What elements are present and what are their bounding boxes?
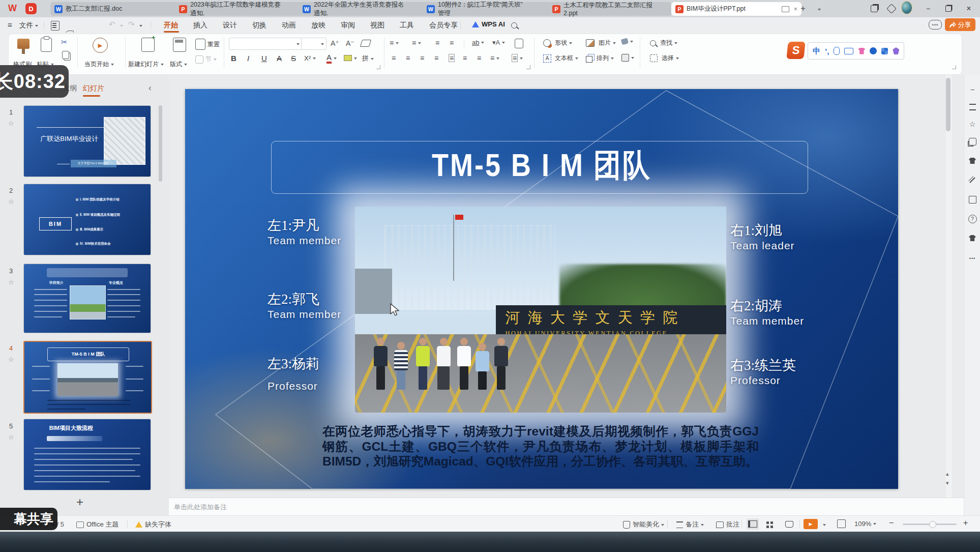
- font-group-expander-icon[interactable]: [376, 65, 380, 69]
- tab-manager-icon[interactable]: [869, 3, 880, 14]
- redo-icon[interactable]: ↷: [128, 20, 135, 29]
- close-window-button[interactable]: ×: [963, 3, 974, 14]
- zoom-out-button[interactable]: −: [889, 518, 894, 528]
- keyboard-icon[interactable]: [844, 48, 853, 54]
- tab-member[interactable]: 会员专享: [429, 21, 458, 30]
- toolbox-icon[interactable]: [881, 48, 888, 54]
- member-label[interactable]: 左3:杨莉: [268, 355, 319, 373]
- fill-color-button[interactable]: [621, 39, 633, 44]
- underline-button[interactable]: U: [261, 54, 267, 63]
- tab-animation[interactable]: 动画: [282, 21, 296, 30]
- shadow-button[interactable]: S: [291, 54, 296, 63]
- missing-font-warning[interactable]: 缺失字体: [135, 520, 171, 529]
- numbered-list-button[interactable]: ≡: [412, 39, 421, 47]
- notes-placeholder[interactable]: 单击此处添加备注: [174, 503, 227, 512]
- picture-button[interactable]: 图片: [586, 39, 616, 47]
- skin-icon[interactable]: [858, 48, 865, 54]
- align-right-icon[interactable]: ≡: [420, 54, 424, 62]
- char-spacing-button[interactable]: ab: [472, 39, 484, 46]
- tab-slideshow[interactable]: 放映: [311, 21, 325, 30]
- animation-pane-icon[interactable]: ☆: [968, 120, 977, 129]
- new-tab-button[interactable]: +: [800, 4, 806, 14]
- add-slide-button[interactable]: +: [76, 495, 83, 509]
- zoom-in-button[interactable]: +: [963, 518, 968, 528]
- sogou-logo-icon[interactable]: S: [786, 42, 806, 59]
- doc-tab-active[interactable]: P BIM毕业设计PPT.ppt ×: [671, 2, 801, 16]
- comments-button[interactable]: 批注: [716, 520, 739, 529]
- slide-thumbnail-5[interactable]: BIM项目大致流程: [23, 419, 151, 490]
- find-button[interactable]: 查找: [650, 39, 677, 47]
- format-painter-icon[interactable]: [17, 39, 29, 49]
- minimize-button[interactable]: −: [923, 3, 934, 14]
- wps-logo-icon[interactable]: W: [8, 3, 17, 14]
- transition-icon[interactable]: [968, 137, 977, 146]
- tab-tools[interactable]: 工具: [400, 21, 414, 30]
- play-from-current-label[interactable]: 当页开始: [84, 60, 114, 69]
- current-slide[interactable]: TM-5 B I M 团队 河 海 大 学 文 天 学 院 HOHAI UNIV…: [185, 89, 898, 489]
- reset-icon[interactable]: [195, 39, 205, 50]
- skin-settings-icon[interactable]: [968, 234, 977, 243]
- tab-design[interactable]: 设计: [223, 21, 237, 30]
- tab-view[interactable]: 视图: [370, 21, 384, 30]
- paragraph-dialog-icon[interactable]: [515, 39, 523, 48]
- close-tab-icon[interactable]: ×: [793, 5, 797, 13]
- file-menu[interactable]: 文件: [19, 21, 38, 30]
- ime-punct-icon[interactable]: ’,: [825, 47, 829, 55]
- reading-view-button[interactable]: [783, 518, 795, 530]
- strikethrough-button[interactable]: A: [277, 54, 282, 63]
- italic-button[interactable]: I: [247, 54, 249, 63]
- design-theme-icon[interactable]: [968, 156, 977, 165]
- play-options-caret-icon[interactable]: [823, 524, 826, 528]
- normal-view-button[interactable]: [747, 518, 759, 530]
- fullscreen-icon[interactable]: [837, 519, 846, 528]
- column-spacing-icon[interactable]: ≡: [477, 54, 481, 62]
- search-icon[interactable]: [511, 22, 517, 28]
- ime-mode-icon[interactable]: 中: [813, 46, 820, 56]
- zoom-level[interactable]: 109%: [854, 520, 876, 528]
- doc-tab-5[interactable]: P 土木工程学院教工第二支部汇报2.ppt: [548, 2, 672, 16]
- align-left-icon[interactable]: ≡: [392, 54, 396, 62]
- wps-ai-button[interactable]: WPS AI: [472, 20, 505, 28]
- member-label[interactable]: 左1:尹凡: [268, 216, 319, 235]
- ribbon-resize-icon[interactable]: [952, 65, 956, 69]
- font-name-dropdown[interactable]: [229, 38, 302, 50]
- slide-thumbnail-4-selected[interactable]: TM-5 B I M 团队: [23, 341, 152, 414]
- arrange-button[interactable]: 排列: [586, 54, 614, 63]
- animation-star-icon[interactable]: ☆: [8, 433, 14, 441]
- previous-slide-button[interactable]: ▴: [946, 471, 949, 477]
- slide-sorter-button[interactable]: [763, 518, 775, 530]
- share-button[interactable]: 分享: [945, 18, 975, 31]
- decrease-indent-icon[interactable]: ≡: [435, 39, 439, 47]
- member-label[interactable]: 右1:刘旭: [730, 221, 782, 240]
- slide-thumbnail-1[interactable]: 广联达BIM毕业设计 文天学院TM-5 BIM团队: [23, 105, 151, 177]
- shrink-font-icon[interactable]: A⁻: [346, 39, 354, 47]
- animation-star-icon[interactable]: ☆: [8, 198, 14, 206]
- reference-search-icon[interactable]: [968, 195, 977, 204]
- properties-icon[interactable]: [968, 102, 977, 111]
- copy-icon[interactable]: [62, 51, 69, 59]
- new-slide-label[interactable]: 新建幻灯片: [128, 60, 164, 69]
- select-button[interactable]: 选择: [650, 54, 679, 63]
- layout-label[interactable]: 版式: [170, 60, 187, 69]
- cloud-sync-icon[interactable]: •••: [929, 20, 942, 30]
- slideshow-play-button[interactable]: ▶: [804, 519, 818, 529]
- more-tools-icon[interactable]: •••: [968, 254, 977, 263]
- slide-thumbnail-2[interactable]: BIM Ⅰ. BIM 团队组建及学校介绍 Ⅱ. BIM 项目概况及实施过程 Ⅲ.…: [23, 184, 151, 255]
- member-label[interactable]: 右2:胡涛: [730, 297, 782, 315]
- text-effect-button[interactable]: 拼: [362, 54, 374, 63]
- reset-label[interactable]: 重置: [207, 40, 220, 49]
- paragraph-layout-button[interactable]: ≡: [512, 54, 523, 62]
- bullet-list-button[interactable]: ≡: [390, 39, 399, 47]
- redo-caret-icon[interactable]: [139, 25, 142, 28]
- highlight-color-button[interactable]: [344, 55, 357, 61]
- tab-insert[interactable]: 插入: [193, 21, 207, 30]
- animation-star-icon[interactable]: ☆: [8, 120, 14, 127]
- restore-button[interactable]: [943, 3, 954, 14]
- text-direction-button[interactable]: ▾A: [492, 39, 505, 46]
- save-icon[interactable]: [51, 21, 60, 31]
- row-spacing-button[interactable]: ≡: [490, 54, 499, 62]
- bold-button[interactable]: B: [231, 54, 236, 63]
- cut-icon[interactable]: ✂: [61, 38, 68, 47]
- doc-tab-1[interactable]: W 教工二支部汇报.doc: [50, 2, 180, 16]
- zoom-slider-handle[interactable]: [929, 521, 936, 528]
